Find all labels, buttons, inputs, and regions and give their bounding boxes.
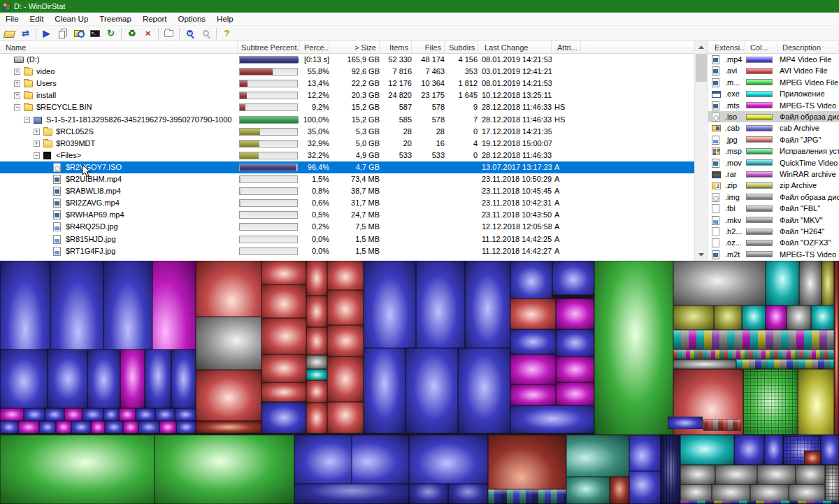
treemap-block-magenta[interactable] — [766, 305, 787, 330]
treemap-block-red[interactable] — [510, 298, 556, 329]
treemap-block-yellow[interactable] — [798, 369, 834, 435]
reload-button[interactable]: ↻ — [103, 27, 119, 41]
table-row[interactable]: $R4RQ25D.jpg0,2%7,5 MB12.12.2018 12:05:5… — [0, 221, 694, 233]
zoom-out-button[interactable] — [198, 27, 214, 41]
column-header-lastchange[interactable]: Last Change — [482, 41, 552, 54]
treemap-block-blue[interactable] — [629, 471, 661, 504]
column-header-perce[interactable]: Perce... — [301, 41, 329, 54]
treemap-block-blue[interactable] — [364, 348, 406, 433]
table-row[interactable]: (D:)[0:13 s]165,9 GB52 33048 1744 15608.… — [0, 54, 694, 66]
treemap-block-blue[interactable] — [416, 261, 465, 348]
treemap-block-magenta[interactable] — [159, 421, 176, 433]
extension-row[interactable]: .mp4MP4 Video File — [708, 54, 839, 65]
treemap-block-red[interactable] — [306, 261, 327, 296]
extension-row[interactable]: .cabcab Archive — [708, 122, 839, 134]
treemap-block-darkred[interactable] — [804, 451, 821, 465]
treemap-block-gray[interactable] — [680, 484, 712, 502]
expand-icon[interactable]: + — [14, 92, 20, 99]
treemap-block-blue[interactable] — [24, 408, 45, 421]
table-row[interactable]: +video55,8%92,6 GB7 8167 46335303.01.201… — [0, 66, 694, 78]
treemap-block-blue[interactable] — [364, 261, 416, 348]
treemap-block-gray[interactable] — [680, 465, 715, 484]
treemap-block-blue[interactable] — [261, 402, 306, 433]
treemap-block-olive[interactable] — [714, 305, 742, 330]
treemap-block-olive[interactable] — [673, 305, 714, 330]
copy-button[interactable] — [55, 27, 71, 41]
treemap-block-red[interactable] — [261, 354, 306, 382]
treemap-block-magenta[interactable] — [556, 357, 594, 382]
table-row[interactable]: +$R039MDT32,9%5,0 GB2016419.12.2018 15:0… — [0, 138, 694, 150]
treemap-block-magenta[interactable] — [152, 261, 196, 350]
expand-icon[interactable]: + — [34, 141, 40, 147]
treemap-block-teal[interactable] — [566, 477, 610, 504]
treemap-mosaic[interactable] — [680, 501, 839, 504]
extension-row[interactable]: .oz...Файл "OZFX3" — [708, 237, 839, 248]
treemap-block-red[interactable] — [327, 290, 364, 325]
table-row[interactable]: $RWHAP69.mp40,5%24,7 MB23.11.2018 10:43:… — [0, 209, 694, 221]
treemap-block-red[interactable] — [327, 357, 364, 402]
treemap-block-magenta[interactable] — [556, 382, 594, 405]
menu-item-report[interactable]: Report — [137, 13, 173, 26]
treemap-block-gray[interactable] — [796, 465, 825, 484]
treemap-block-blue2[interactable] — [294, 484, 409, 504]
collapse-icon[interactable]: − — [24, 117, 30, 123]
run-button[interactable]: ▶ — [38, 27, 55, 41]
treemap-mosaic[interactable] — [488, 489, 566, 504]
treemap-block-magenta[interactable] — [510, 384, 556, 405]
treemap-block-red[interactable] — [306, 296, 327, 327]
treemap-mosaic[interactable] — [736, 359, 834, 369]
treemap-block-blue[interactable] — [145, 350, 171, 408]
treemap-block-navy[interactable] — [661, 435, 680, 504]
table-row[interactable]: +Users13,4%22,2 GB12 17610 3641 81208.01… — [0, 78, 694, 89]
treemap-block-cyan[interactable] — [680, 435, 734, 465]
treemap-block-blue[interactable] — [105, 421, 123, 433]
treemap-block-blue[interactable] — [510, 405, 594, 433]
treemap-block-green[interactable] — [155, 435, 294, 504]
table-row[interactable]: +install12,2%20,3 GB24 82023 1751 64510.… — [0, 89, 694, 101]
treemap-block-red[interactable] — [196, 261, 261, 317]
column-header-name[interactable]: Name — [3, 41, 238, 54]
column-header-files[interactable]: Files — [413, 41, 445, 54]
treemap-block-blue[interactable] — [409, 435, 488, 484]
treemap-block-blue[interactable] — [103, 261, 152, 350]
collapse-icon[interactable]: − — [34, 152, 40, 159]
expand-icon[interactable]: + — [14, 69, 20, 75]
menu-item-file[interactable]: File — [0, 13, 24, 26]
table-row[interactable]: $RABWLI8.mp40,8%38,7 MB23.11.2018 10:45:… — [0, 185, 694, 197]
treemap-block-red[interactable] — [327, 402, 364, 433]
treemap-block-blue[interactable] — [510, 329, 556, 354]
treemap-mosaic[interactable] — [703, 419, 741, 431]
treemap-block-teal[interactable] — [566, 435, 629, 477]
treemap-block-blue[interactable] — [294, 435, 352, 484]
menu-item-options[interactable]: Options — [172, 13, 211, 26]
column-header-subdirs[interactable]: Subdirs — [446, 41, 478, 54]
table-row[interactable]: $R2UIBHM.mp41,5%73,4 MB23.11.2018 10:50:… — [0, 173, 694, 185]
extension-row[interactable]: .mspИсправления устан — [708, 145, 839, 157]
treemap-block-blue[interactable] — [136, 408, 155, 421]
menu-item-clean-up[interactable]: Clean Up — [49, 13, 94, 26]
treemap-block-blue[interactable] — [764, 435, 783, 465]
treemap-block-green[interactable] — [0, 435, 155, 504]
table-row[interactable]: $RT1G4FJ.jpg0,0%1,5 MB11.12.2018 14:42:2… — [0, 245, 694, 257]
treemap-block-blue[interactable] — [176, 421, 196, 433]
treemap-block-red[interactable] — [261, 318, 306, 354]
treemap-block-darkred[interactable] — [488, 435, 566, 489]
treemap-block-magenta[interactable] — [56, 421, 71, 433]
treemap-block-blue[interactable] — [50, 261, 103, 350]
treemap-block-blue[interactable] — [0, 421, 18, 433]
treemap-mosaic[interactable] — [673, 350, 834, 359]
treemap-block-blue[interactable] — [465, 261, 510, 348]
treemap-block-gray[interactable] — [825, 465, 839, 504]
treemap-block-blue[interactable] — [552, 261, 594, 295]
treemap-block-blue[interactable] — [87, 350, 120, 408]
treemap-block-green[interactable] — [594, 261, 673, 435]
treemap-block-magenta[interactable] — [18, 421, 39, 433]
treemap-block-darkred[interactable] — [834, 261, 839, 435]
treemap-block-blue[interactable] — [155, 408, 175, 421]
ext-column-header-col[interactable]: Col... — [747, 41, 778, 54]
treemap-block-darkred[interactable] — [610, 477, 629, 504]
extension-row[interactable]: .jpgФайл "JPG" — [708, 134, 839, 145]
scroll-up-button[interactable] — [695, 41, 708, 53]
table-row[interactable]: −<Files>32,2%4,9 GB533533028.12.2018 11:… — [0, 150, 694, 161]
column-header-items[interactable]: Items — [381, 41, 412, 54]
